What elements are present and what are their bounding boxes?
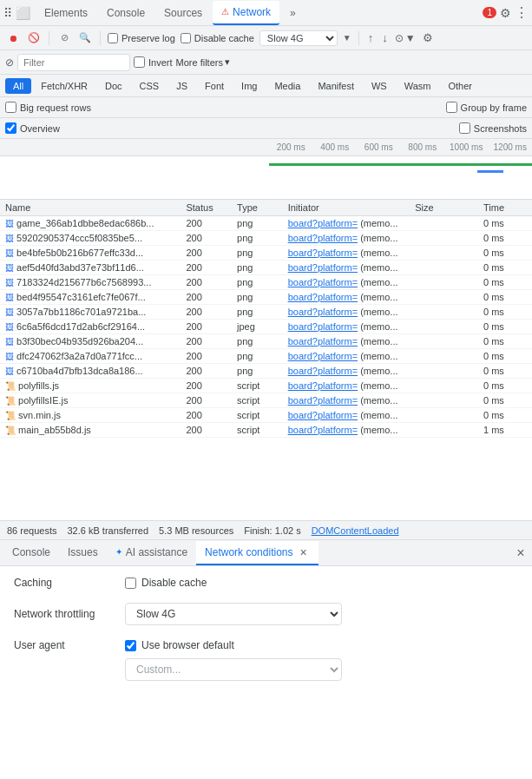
table-row[interactable]: 📜 svn.min.js 200 script board?platform= … — [0, 408, 532, 423]
bottom-tab-console[interactable]: Console — [3, 541, 59, 565]
nc-throttle-select[interactable]: Slow 4G No throttling Fast 4G 3G Offline… — [125, 603, 342, 625]
col-header-time[interactable]: Time — [478, 200, 532, 216]
network-table-container[interactable]: Name Status Type Initiator Size Time 🖼 g… — [0, 200, 532, 521]
overview-label[interactable]: Overview — [5, 122, 60, 134]
more-filters-button[interactable]: More filters ▾ — [176, 56, 230, 68]
throttle-select[interactable]: Slow 4G No throttling Fast 4G 3G Offline — [259, 30, 338, 46]
record-button[interactable]: ⏺ — [5, 30, 21, 46]
close-bottom-panel-button[interactable]: × — [513, 545, 529, 561]
search-icon[interactable]: 🔍 — [77, 30, 93, 46]
devtools-menu-icon[interactable]: ⠿ — [3, 6, 12, 20]
initiator-link[interactable]: board?platform= — [288, 218, 358, 228]
pill-fetch[interactable]: Fetch/XHR — [33, 78, 95, 94]
pill-other[interactable]: Other — [440, 78, 480, 94]
table-row[interactable]: 🖼 c6710ba4d7bfb13dca8a186... 200 png boa… — [0, 364, 532, 379]
cell-time: 0 ms — [478, 364, 532, 379]
pill-manifest[interactable]: Manifest — [310, 78, 362, 94]
group-by-frame-label[interactable]: Group by frame — [446, 102, 527, 113]
disable-cache-label[interactable]: Disable cache — [181, 33, 254, 43]
pill-wasm[interactable]: Wasm — [397, 78, 439, 94]
initiator-link[interactable]: board?platform= — [288, 248, 358, 258]
table-row[interactable]: 🖼 59202905374ccc5f0835be5... 200 png boa… — [0, 231, 532, 246]
big-rows-checkbox[interactable] — [5, 102, 16, 113]
table-row[interactable]: 📜 main_ab55b8d.js 200 script board?platf… — [0, 423, 532, 438]
group-by-frame-checkbox[interactable] — [446, 102, 457, 113]
preserve-log-label[interactable]: Preserve log — [108, 33, 175, 43]
close-nc-tab-button[interactable]: × — [296, 545, 310, 559]
table-row[interactable]: 📜 polyfills.js 200 script board?platform… — [0, 379, 532, 393]
initiator-link[interactable]: board?platform= — [288, 395, 358, 406]
initiator-link[interactable]: board?platform= — [288, 292, 358, 302]
invert-label[interactable]: Invert — [134, 56, 173, 68]
nc-custom-ua-select[interactable]: Custom... — [125, 658, 342, 681]
table-row[interactable]: 🖼 bed4f95547c3161efc7fe067f... 200 png b… — [0, 290, 532, 305]
initiator-link[interactable]: board?platform= — [288, 262, 358, 273]
col-header-status[interactable]: Status — [181, 200, 232, 216]
initiator-link[interactable]: board?platform= — [288, 410, 358, 420]
devtools-device-icon[interactable]: ⬜ — [16, 6, 30, 20]
cell-name: 🖼 bed4f95547c3161efc7fe067f... — [0, 290, 181, 305]
col-header-initiator[interactable]: Initiator — [283, 200, 410, 216]
pill-img[interactable]: Img — [233, 78, 265, 94]
clear-button[interactable]: 🚫 — [26, 30, 42, 46]
disable-cache-nc-checkbox[interactable] — [125, 578, 136, 589]
filter-input[interactable] — [17, 54, 130, 71]
upload-icon[interactable]: ↑ — [366, 30, 376, 46]
overview-checkbox[interactable] — [5, 122, 16, 134]
tab-console[interactable]: Console — [98, 1, 154, 25]
preserve-log-checkbox[interactable] — [108, 33, 118, 43]
settings-icon[interactable]: ⚙ — [421, 30, 435, 46]
pill-ws[interactable]: WS — [364, 78, 395, 94]
initiator-link[interactable]: board?platform= — [288, 233, 358, 243]
download-icon[interactable]: ↓ — [380, 30, 390, 46]
use-default-checkbox[interactable] — [125, 640, 136, 651]
tab-elements[interactable]: Elements — [36, 1, 96, 25]
initiator-link[interactable]: board?platform= — [288, 307, 358, 317]
big-rows-label[interactable]: Big request rows — [5, 102, 91, 113]
bottom-tab-issues[interactable]: Issues — [59, 541, 107, 565]
col-header-name[interactable]: Name — [0, 200, 181, 216]
initiator-link[interactable]: board?platform= — [288, 366, 358, 376]
table-row[interactable]: 🖼 7183324d215677b6c7568993... 200 png bo… — [0, 275, 532, 290]
initiator-link[interactable]: board?platform= — [288, 425, 358, 435]
pill-doc[interactable]: Doc — [97, 78, 130, 94]
pill-font[interactable]: Font — [197, 78, 232, 94]
cell-type: png — [232, 216, 283, 231]
table-row[interactable]: 🖼 aef5d40fd3abd37e73bf11d6... 200 png bo… — [0, 261, 532, 275]
initiator-suffix: (memo... — [360, 262, 397, 273]
cell-initiator: board?platform= (memo... — [283, 423, 410, 438]
tab-more[interactable]: » — [281, 1, 305, 25]
invert-checkbox[interactable] — [134, 56, 145, 68]
use-default-label[interactable]: Use browser default — [125, 639, 342, 651]
table-row[interactable]: 🖼 b3f30bec04b935d926ba204... 200 png boa… — [0, 334, 532, 349]
table-row[interactable]: 📜 polyfillsIE.js 200 script board?platfo… — [0, 393, 532, 408]
tab-sources[interactable]: Sources — [155, 1, 211, 25]
table-row[interactable]: 🖼 3057a7bb1186c701a9721ba... 200 png boa… — [0, 305, 532, 320]
ua-row: User agent Use browser default Custom... — [14, 639, 518, 681]
bottom-tab-network-conditions[interactable]: Network conditions × — [196, 541, 319, 565]
settings-icon[interactable]: ⚙ — [500, 6, 511, 20]
initiator-link[interactable]: board?platform= — [288, 380, 358, 391]
pill-css[interactable]: CSS — [132, 78, 167, 94]
table-row[interactable]: 🖼 game_366ab1dbbe8edac686b... 200 png bo… — [0, 216, 532, 231]
initiator-link[interactable]: board?platform= — [288, 277, 358, 287]
pill-all[interactable]: All — [5, 78, 31, 94]
pill-js[interactable]: JS — [168, 78, 195, 94]
col-header-type[interactable]: Type — [232, 200, 283, 216]
initiator-link[interactable]: board?platform= — [288, 351, 358, 361]
initiator-link[interactable]: board?platform= — [288, 336, 358, 347]
table-row[interactable]: 🖼 6c6a5f6dcd17d2ab6cf29164... 200 jpeg b… — [0, 320, 532, 334]
disable-cache-checkbox[interactable] — [181, 33, 191, 43]
filter-icon[interactable]: ⊘ — [56, 30, 72, 46]
pill-media[interactable]: Media — [266, 78, 308, 94]
more-icon[interactable]: ⋮ — [515, 4, 529, 21]
screenshots-label[interactable]: Screenshots — [459, 122, 527, 134]
col-header-size[interactable]: Size — [410, 200, 478, 216]
tab-network[interactable]: ⚠ Network — [213, 1, 279, 25]
disable-cache-nc-label[interactable]: Disable cache — [125, 577, 207, 589]
initiator-link[interactable]: board?platform= — [288, 321, 358, 332]
table-row[interactable]: 🖼 be4bfe5b0b216b677effc33d... 200 png bo… — [0, 246, 532, 261]
table-row[interactable]: 🖼 dfc247062f3a2a7d0a771fcc... 200 png bo… — [0, 349, 532, 364]
screenshots-checkbox[interactable] — [459, 122, 470, 134]
bottom-tab-ai[interactable]: ✦ AI assistance — [107, 541, 196, 565]
